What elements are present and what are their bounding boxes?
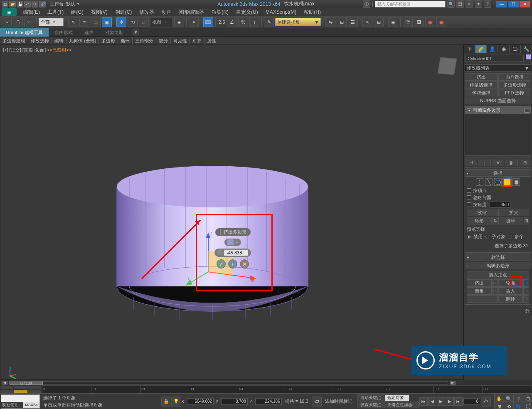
pin-stack-icon[interactable]: ⊣ bbox=[465, 159, 477, 166]
coord-x-field[interactable] bbox=[187, 398, 214, 405]
subobj-border-icon[interactable]: ◯ bbox=[494, 178, 502, 186]
tab-utilities-icon[interactable]: 🔧 bbox=[521, 45, 532, 53]
ribbon-panel[interactable]: 对齐 bbox=[190, 37, 204, 44]
trackbar-btn[interactable] bbox=[28, 385, 42, 389]
tab-objectpaint[interactable]: 对象绘制 bbox=[99, 28, 129, 37]
material-editor-icon[interactable]: ◉ bbox=[388, 17, 398, 27]
menu-edit[interactable]: 编辑(E) bbox=[20, 9, 43, 16]
search-input[interactable]: 键入关键字或短语 bbox=[375, 1, 446, 7]
coord-y-field[interactable] bbox=[221, 398, 248, 405]
time-config-icon[interactable]: ⏱ bbox=[481, 397, 491, 407]
window-crossing-icon[interactable]: ▣ bbox=[102, 17, 112, 27]
current-frame-field[interactable] bbox=[463, 398, 480, 405]
goto-end-icon[interactable]: ⏭ bbox=[454, 397, 463, 406]
select-region-icon[interactable]: ▭ bbox=[91, 17, 101, 27]
menu-maxscript[interactable]: MAXScript(M) bbox=[262, 9, 300, 15]
menu-rendering[interactable]: 渲染(R) bbox=[208, 9, 232, 16]
bevel-settings-button[interactable]: □ bbox=[492, 287, 498, 295]
select-scale-icon[interactable]: ▱ bbox=[139, 17, 149, 27]
modset-extrude[interactable]: 挤出 bbox=[465, 73, 498, 81]
tab-display-icon[interactable]: 🖵 bbox=[509, 45, 520, 53]
modset-nurbs[interactable]: NURBS 曲面选择 bbox=[465, 97, 531, 104]
caddy-type-pill[interactable]: ▼ bbox=[224, 239, 241, 246]
loop-button[interactable]: 循环 bbox=[498, 217, 523, 224]
mirror-icon[interactable]: ⇋ bbox=[325, 17, 335, 27]
help-icon[interactable]: ? bbox=[484, 0, 491, 8]
subobj-edge-icon[interactable]: ╲ bbox=[485, 178, 493, 186]
time-tag-icon[interactable]: 🏷 bbox=[312, 397, 322, 407]
named-selection-set-dropdown[interactable]: 创建选择集▼ bbox=[275, 18, 321, 26]
layers-icon[interactable]: ☰ bbox=[348, 17, 358, 27]
bridge-button[interactable] bbox=[467, 295, 498, 303]
time-slider-thumb[interactable]: 0 / 100 bbox=[10, 381, 43, 385]
ring-button[interactable]: 环形 bbox=[467, 217, 492, 224]
caddy-height-spinner[interactable]: -45.838 bbox=[214, 249, 251, 257]
ribbon-panel[interactable]: 几何体 (全部) bbox=[66, 37, 99, 44]
menu-modifiers[interactable]: 修改器 bbox=[136, 9, 158, 16]
tab-create-icon[interactable]: ✳ bbox=[464, 45, 475, 53]
select-rotate-icon[interactable]: ⟲ bbox=[128, 17, 138, 27]
by-vertex-checkbox[interactable] bbox=[467, 188, 471, 193]
bind-space-warp-icon[interactable]: 〰 bbox=[24, 17, 34, 27]
autokey-button[interactable]: 自动关键点 bbox=[357, 394, 384, 401]
angle-snap-icon[interactable]: ∠ bbox=[227, 17, 237, 27]
open-icon[interactable]: 📂 bbox=[9, 1, 16, 7]
subobj-element-icon[interactable]: ▣ bbox=[512, 178, 520, 186]
stack-item-editable-poly[interactable]: ▪可编辑多边形 bbox=[465, 106, 531, 114]
keyboard-shortcut-icon[interactable]: ⌨ bbox=[203, 17, 213, 27]
select-by-name-icon[interactable]: ≡ bbox=[79, 17, 89, 27]
show-end-result-icon[interactable]: ǁ bbox=[478, 159, 490, 166]
ribbon-panel[interactable]: 属性 bbox=[204, 37, 219, 44]
grow-button[interactable]: 扩大 bbox=[498, 209, 529, 216]
tab-freeform[interactable]: 自由形式 bbox=[49, 28, 79, 37]
ribbon-panel[interactable]: 三角剖分 bbox=[133, 37, 156, 44]
workspace-selector[interactable]: 工作台: 默认▼ bbox=[47, 1, 82, 7]
trackbar-btn[interactable] bbox=[14, 389, 27, 394]
ref-coord-dropdown[interactable]: 视图▼ bbox=[150, 18, 173, 26]
prev-frame-icon[interactable]: ◀ bbox=[428, 397, 436, 406]
percent-snap-icon[interactable]: % bbox=[238, 17, 248, 27]
object-name-field[interactable]: Cylinder001 bbox=[466, 55, 524, 62]
select-link-icon[interactable]: ⫘ bbox=[2, 17, 12, 27]
caddy-cancel-button[interactable]: ✕ bbox=[240, 259, 249, 269]
next-frame-icon[interactable]: ▶ bbox=[446, 397, 454, 406]
subobj-polygon-icon[interactable]: ■ bbox=[503, 178, 511, 186]
key-icon[interactable]: ⚿ bbox=[456, 0, 464, 8]
goto-start-icon[interactable]: ⏮ bbox=[419, 397, 428, 406]
slider-prev-button[interactable]: ◀ bbox=[2, 381, 7, 385]
modset-patchsel[interactable]: 面片选择 bbox=[498, 73, 532, 81]
ring-spinner[interactable]: ⇅ bbox=[493, 217, 498, 224]
render-setup-icon[interactable]: 🎬 bbox=[403, 17, 413, 27]
tab-modify-icon[interactable]: 🌈 bbox=[475, 45, 486, 53]
loop-spinner[interactable]: ⇅ bbox=[524, 217, 529, 224]
viewcube-icon[interactable] bbox=[438, 57, 457, 75]
align-icon[interactable]: ⊟ bbox=[337, 17, 347, 27]
new-icon[interactable]: ▥ bbox=[2, 1, 8, 7]
tab-selection[interactable]: 选择 bbox=[79, 28, 99, 37]
save-icon[interactable]: 💾 bbox=[17, 1, 23, 7]
flip-settings-button[interactable]: □ bbox=[523, 295, 529, 303]
add-time-tag[interactable]: 添加时间标记 bbox=[322, 398, 356, 404]
curve-editor-icon[interactable]: ∿ bbox=[362, 17, 372, 27]
select-object-icon[interactable]: ↖ bbox=[68, 17, 78, 27]
link-icon[interactable]: 🔗 bbox=[39, 1, 46, 7]
ignore-backfacing-checkbox[interactable] bbox=[467, 195, 471, 200]
use-pivot-center-icon[interactable]: ◈ bbox=[174, 17, 184, 27]
ribbon-min-icon[interactable]: ▾ bbox=[133, 30, 139, 35]
selection-filter-dropdown[interactable]: 全部▼ bbox=[39, 18, 64, 26]
by-angle-spinner[interactable] bbox=[490, 202, 510, 208]
remove-modifier-icon[interactable]: 🗑 bbox=[505, 159, 517, 166]
selection-lock-icon[interactable]: 🔒 bbox=[161, 397, 171, 407]
zoom-all-icon[interactable]: ⊞ bbox=[494, 402, 504, 409]
extrude-settings-button[interactable]: □ bbox=[492, 279, 498, 287]
flip-button[interactable]: 翻转 bbox=[498, 295, 523, 303]
menu-help[interactable]: 帮助(H) bbox=[300, 9, 324, 16]
extrude-button[interactable]: 挤出 bbox=[467, 279, 492, 287]
infocenter-icon[interactable]: ⓘ bbox=[363, 0, 370, 8]
menu-animation[interactable]: 动画 bbox=[158, 9, 175, 16]
outline-settings-button[interactable]: □ bbox=[523, 279, 529, 287]
ribbon-panel[interactable]: 可见性 bbox=[171, 37, 190, 44]
modifier-list-dropdown[interactable]: 修改器列表▼ bbox=[465, 64, 531, 71]
ribbon-panel[interactable]: 循环 bbox=[118, 37, 133, 44]
maxscript-listener[interactable]: 欢迎使用MAXSc bbox=[1, 394, 40, 409]
